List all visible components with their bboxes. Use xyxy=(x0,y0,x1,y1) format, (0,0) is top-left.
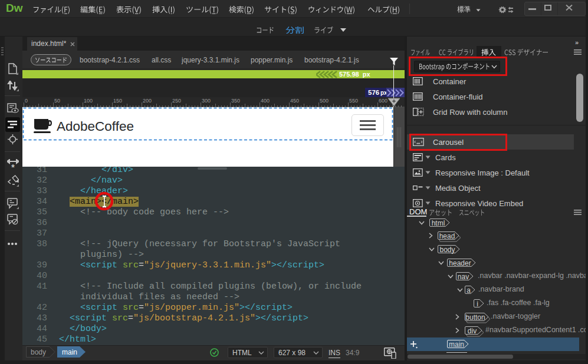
svg-text:350: 350 xyxy=(231,98,240,104)
svg-text:*: * xyxy=(11,163,15,170)
svg-text:div: div xyxy=(468,327,477,335)
svg-text:50: 50 xyxy=(54,98,60,104)
svg-text:main: main xyxy=(62,348,77,356)
svg-text:a: a xyxy=(467,286,471,294)
svg-text:header: header xyxy=(449,259,471,267)
svg-text:body: body xyxy=(439,246,455,254)
svg-text:body: body xyxy=(31,348,46,356)
svg-text:i: i xyxy=(477,300,478,308)
svg-text:html: html xyxy=(432,219,445,227)
svg-text:550: 550 xyxy=(349,98,358,104)
svg-text:head: head xyxy=(439,232,455,240)
svg-text:nav: nav xyxy=(458,273,469,281)
svg-text:main: main xyxy=(449,340,464,349)
svg-text:500: 500 xyxy=(320,98,329,104)
svg-text:250: 250 xyxy=(172,98,181,104)
svg-text:100: 100 xyxy=(84,98,93,104)
svg-text:450: 450 xyxy=(290,98,299,104)
svg-text:0: 0 xyxy=(25,98,28,104)
svg-text:400: 400 xyxy=(261,98,270,104)
svg-text:button: button xyxy=(465,313,485,322)
svg-text:600: 600 xyxy=(379,98,387,104)
svg-text:300: 300 xyxy=(202,98,211,104)
svg-text:150: 150 xyxy=(113,98,122,104)
svg-text:200: 200 xyxy=(143,98,152,104)
